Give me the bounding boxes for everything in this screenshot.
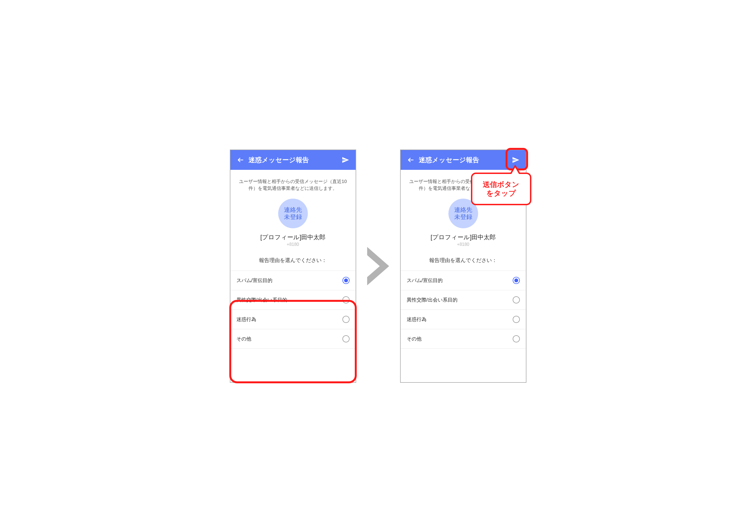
step-1-frame: 迷惑メッセージ報告 ユーザー情報と相手からの受信メッセージ（直近10件）を電気通… [230,149,356,383]
phone-number: +8180 [230,242,356,255]
option-label: 異性交際/出会い系目的 [407,296,457,303]
option-label: 迷惑行為 [236,316,256,323]
option-other[interactable]: その他 [230,329,356,349]
radio-icon [513,277,520,284]
option-dating[interactable]: 異性交際/出会い系目的 [230,290,356,310]
app-bar-title: 迷惑メッセージ報告 [249,156,338,165]
app-bar-title: 迷惑メッセージ報告 [419,156,508,165]
radio-icon [342,277,350,284]
radio-icon [513,296,520,303]
option-nuisance[interactable]: 迷惑行為 [401,310,526,329]
chevron-right-icon [367,247,389,285]
app-bar: 迷惑メッセージ報告 [401,150,526,170]
send-icon [512,156,520,164]
reason-options-list: スパム/宣伝目的 異性交際/出会い系目的 迷惑行為 その他 [230,270,356,349]
reason-prompt: 報告理由を選んでください： [230,255,356,270]
option-spam[interactable]: スパム/宣伝目的 [230,271,356,290]
avatar-container: 連絡先 未登録 [230,197,356,231]
profile-name: [プロフィール]田中太郎 [401,231,526,242]
radio-icon [513,335,520,342]
option-label: スパム/宣伝目的 [236,277,272,284]
arrow-left-icon [407,156,415,164]
profile-name: [プロフィール]田中太郎 [230,231,356,242]
reason-options-list: スパム/宣伝目的 異性交際/出会い系目的 迷惑行為 その他 [401,270,526,349]
description-text: ユーザー情報と相手からの受信メッセージ（直近10件）を電気通信事業者などに送信し… [230,170,356,197]
option-label: その他 [407,336,421,342]
send-icon [341,156,349,164]
callout-line1: 送信ボタン [475,180,527,189]
option-label: 迷惑行為 [407,316,426,323]
callout-line2: をタップ [475,189,527,198]
avatar-text-line1: 連絡先 [454,206,472,213]
avatar-text-line1: 連絡先 [284,206,302,213]
callout-bubble: 送信ボタン をタップ [471,173,531,205]
back-button[interactable] [236,155,245,165]
option-other[interactable]: その他 [401,329,526,349]
radio-icon [513,316,520,323]
option-nuisance[interactable]: 迷惑行為 [230,310,356,329]
option-label: 異性交際/出会い系目的 [236,296,287,303]
svg-marker-1 [367,247,389,285]
avatar-text-line2: 未登録 [284,214,302,220]
arrow-left-icon [237,156,244,164]
send-button[interactable] [341,155,350,165]
content-area: ユーザー情報と相手からの受信メッセージ（直近10件）を電気通信事業者などに送信し… [230,170,356,382]
back-button[interactable] [406,155,416,165]
app-bar: 迷惑メッセージ報告 [230,150,356,170]
reason-prompt: 報告理由を選んでください： [401,255,526,270]
option-label: その他 [236,336,251,342]
option-dating[interactable]: 異性交際/出会い系目的 [401,290,526,310]
option-spam[interactable]: スパム/宣伝目的 [401,271,526,290]
radio-icon [342,296,350,303]
phone-number: +8180 [401,242,526,255]
option-label: スパム/宣伝目的 [407,277,443,284]
contact-avatar: 連絡先 未登録 [278,199,308,228]
radio-icon [342,335,350,342]
avatar-text-line2: 未登録 [454,214,472,220]
flow-arrow [367,247,389,285]
step-2-frame: 迷惑メッセージ報告 ユーザー情報と相手からの受信メッセージ（直近10件）を電気通… [400,149,526,383]
send-button[interactable] [511,155,520,165]
phone-screen-left: 迷惑メッセージ報告 ユーザー情報と相手からの受信メッセージ（直近10件）を電気通… [230,149,356,383]
radio-icon [342,316,350,323]
